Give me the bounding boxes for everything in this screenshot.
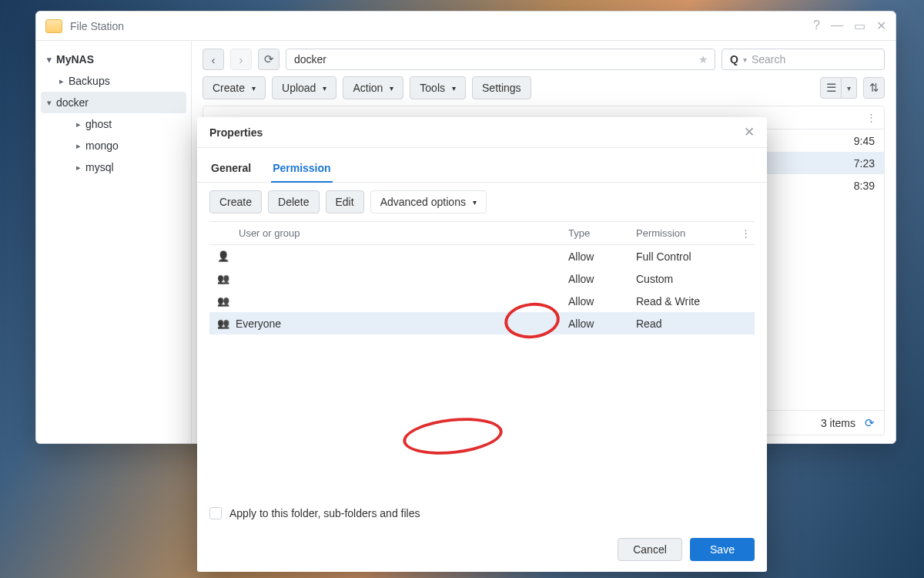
group-icon: 👥 bbox=[209, 273, 236, 284]
group-icon: 👥 bbox=[209, 318, 236, 329]
forward-button[interactable]: › bbox=[230, 49, 252, 70]
col-permission[interactable]: Permission bbox=[636, 227, 736, 239]
window-title: File Station bbox=[70, 20, 124, 32]
permission-row[interactable]: 👤AllowFull Control bbox=[209, 245, 755, 267]
apply-recursive-checkbox[interactable] bbox=[209, 507, 222, 519]
view-dropdown-button[interactable]: ▾ bbox=[842, 77, 857, 99]
tree-label: mysql bbox=[85, 161, 114, 173]
col-user-group[interactable]: User or group bbox=[209, 227, 568, 239]
close-icon[interactable]: ✕ bbox=[876, 18, 886, 33]
permission-type: Allow bbox=[568, 318, 636, 330]
close-icon[interactable]: ✕ bbox=[744, 124, 755, 140]
maximize-icon[interactable]: ▭ bbox=[854, 18, 865, 33]
tree-label: docker bbox=[56, 96, 89, 109]
tree-item-mongo[interactable]: ▸ mongo bbox=[36, 135, 191, 156]
dialog-tabs: General Permission bbox=[197, 148, 767, 183]
permission-name: Everyone bbox=[236, 318, 568, 330]
cancel-button[interactable]: Cancel bbox=[618, 538, 682, 561]
star-icon[interactable]: ★ bbox=[698, 53, 708, 66]
settings-button[interactable]: Settings bbox=[472, 76, 531, 99]
tree-item-backups[interactable]: ▸ Backups bbox=[36, 70, 191, 92]
path-input[interactable]: docker ★ bbox=[286, 49, 715, 70]
permission-type: Allow bbox=[568, 295, 636, 307]
back-button[interactable]: ‹ bbox=[203, 49, 224, 70]
tree-root[interactable]: ▾ MyNAS bbox=[36, 49, 191, 70]
tree-root-label: MyNAS bbox=[56, 53, 94, 66]
folder-icon bbox=[45, 19, 62, 33]
perm-delete-button[interactable]: Delete bbox=[268, 190, 319, 213]
action-button[interactable]: Action▾ bbox=[343, 76, 403, 99]
permission-type: Allow bbox=[568, 273, 636, 285]
item-count: 3 items bbox=[821, 417, 855, 429]
permission-table: User or group Type Permission ⋮ 👤AllowFu… bbox=[209, 221, 755, 334]
sort-button[interactable]: ⇅ bbox=[863, 77, 885, 99]
tools-button[interactable]: Tools▾ bbox=[410, 76, 466, 99]
tab-general[interactable]: General bbox=[209, 156, 253, 182]
path-text: docker bbox=[294, 53, 326, 66]
sidebar: ▾ MyNAS ▸ Backups ▾ docker ▸ ghost ▸ mon… bbox=[36, 41, 192, 443]
permission-level: Read & Write bbox=[636, 295, 755, 307]
group-icon: 👥 bbox=[209, 295, 236, 307]
permission-level: Full Control bbox=[636, 250, 755, 263]
chevron-down-icon: ▾ bbox=[44, 55, 55, 65]
tree-label: Backups bbox=[69, 75, 110, 87]
permission-row[interactable]: 👥EveryoneAllowRead bbox=[209, 312, 755, 334]
save-button[interactable]: Save bbox=[690, 538, 755, 561]
search-input[interactable]: Q▾ Search bbox=[721, 49, 885, 70]
perm-advanced-button[interactable]: Advanced options▾ bbox=[370, 190, 487, 213]
titlebar[interactable]: File Station ? — ▭ ✕ bbox=[36, 12, 896, 41]
chevron-down-icon: ▾ bbox=[44, 98, 55, 108]
user-icon: 👤 bbox=[209, 250, 236, 262]
apply-recursive-label: Apply to this folder, sub-folders and fi… bbox=[229, 507, 420, 519]
search-icon: Q bbox=[730, 53, 738, 66]
tree-item-ghost[interactable]: ▸ ghost bbox=[36, 113, 191, 135]
chevron-right-icon: ▸ bbox=[56, 76, 67, 86]
tree-label: mongo bbox=[85, 139, 119, 152]
tab-permission[interactable]: Permission bbox=[271, 156, 332, 182]
tree-label: ghost bbox=[85, 118, 112, 130]
refresh-icon[interactable]: ⟳ bbox=[865, 416, 875, 430]
minimize-icon[interactable]: — bbox=[831, 18, 843, 33]
dialog-header[interactable]: Properties ✕ bbox=[197, 117, 767, 148]
help-icon[interactable]: ? bbox=[813, 18, 820, 33]
permission-row[interactable]: 👥AllowCustom bbox=[209, 267, 755, 290]
dialog-title: Properties bbox=[209, 126, 263, 139]
permission-level: Custom bbox=[636, 273, 755, 285]
chevron-right-icon: ▸ bbox=[73, 163, 84, 173]
properties-dialog: Properties ✕ General Permission Create D… bbox=[197, 117, 767, 572]
chevron-right-icon: ▸ bbox=[73, 141, 84, 151]
refresh-button[interactable]: ⟳ bbox=[258, 49, 280, 70]
create-button[interactable]: Create▾ bbox=[203, 76, 266, 99]
upload-button[interactable]: Upload▾ bbox=[272, 76, 336, 99]
perm-create-button[interactable]: Create bbox=[209, 190, 262, 213]
chevron-right-icon: ▸ bbox=[73, 119, 84, 129]
permission-row[interactable]: 👥AllowRead & Write bbox=[209, 290, 755, 312]
tree-item-docker[interactable]: ▾ docker bbox=[41, 92, 186, 113]
search-placeholder: Search bbox=[752, 53, 785, 66]
permission-level: Read bbox=[636, 318, 755, 330]
col-type[interactable]: Type bbox=[568, 227, 636, 239]
tree-item-mysql[interactable]: ▸ mysql bbox=[36, 156, 191, 178]
columns-menu-icon[interactable]: ⋮ bbox=[866, 112, 876, 123]
columns-menu-icon[interactable]: ⋮ bbox=[736, 227, 755, 239]
view-list-button[interactable]: ☰ bbox=[820, 77, 842, 99]
perm-edit-button[interactable]: Edit bbox=[326, 190, 364, 213]
permission-type: Allow bbox=[568, 250, 636, 263]
